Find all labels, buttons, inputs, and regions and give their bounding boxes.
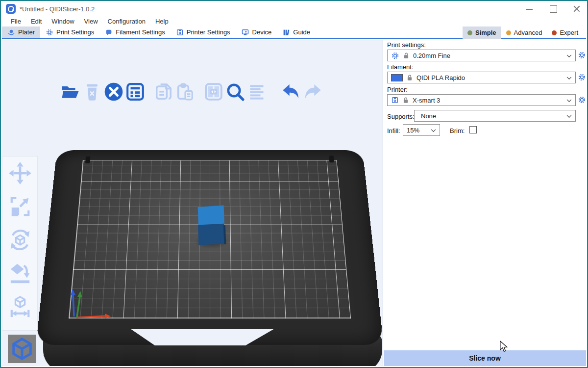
printer-value: X-smart 3 — [413, 97, 440, 104]
expert-dot-icon — [552, 30, 557, 35]
arrange-button[interactable] — [124, 81, 146, 102]
infill-dropdown[interactable]: 15% — [403, 124, 440, 136]
supports-dropdown[interactable]: None — [414, 110, 576, 122]
menu-bar: File Edit Window View Configuration Help — [2, 16, 586, 26]
lock-icon — [403, 52, 410, 59]
redo-icon — [303, 83, 322, 100]
title-bar: *Untitled - QIDISlicer-1.0.2 — [2, 2, 586, 16]
layers-list-button[interactable] — [246, 81, 268, 102]
advanced-dot-icon — [506, 30, 511, 35]
redo-button[interactable] — [302, 81, 323, 102]
tab-label: Print Settings — [56, 28, 94, 36]
minimize-button[interactable] — [525, 4, 534, 13]
rotate-icon — [9, 229, 31, 251]
mode-label: Simple — [475, 29, 496, 36]
model-cube[interactable] — [197, 206, 226, 246]
maximize-button[interactable] — [549, 4, 558, 13]
open-folder-icon — [61, 84, 80, 100]
3d-editor-view-icon — [11, 338, 33, 360]
3d-viewport[interactable] — [2, 40, 385, 366]
undo-button[interactable] — [280, 81, 302, 102]
open-folder-button[interactable] — [60, 81, 81, 102]
mode-expert[interactable]: Expert — [547, 26, 583, 39]
paste-icon — [176, 82, 195, 101]
flatten-gizmo-button[interactable] — [8, 262, 32, 285]
tab-label: Plater — [18, 28, 35, 36]
bed-clip-right — [329, 156, 334, 162]
menu-file[interactable]: File — [6, 17, 26, 26]
scale-icon — [9, 195, 31, 218]
cube-top-face — [198, 205, 224, 225]
search-button[interactable] — [224, 81, 246, 102]
mode-label: Expert — [560, 29, 578, 36]
cube-front-face — [198, 224, 224, 245]
tab-plater[interactable]: Plater — [2, 26, 40, 38]
filament-dropdown[interactable]: QIDI PLA Rapido — [387, 72, 576, 83]
tab-guide[interactable]: Guide — [277, 26, 316, 38]
tab-printer-settings[interactable]: Printer Settings — [171, 26, 236, 38]
menu-view[interactable]: View — [79, 17, 103, 26]
menu-configuration[interactable]: Configuration — [103, 17, 150, 26]
printer-dropdown[interactable]: X-smart 3 — [387, 94, 576, 106]
brim-checkbox[interactable] — [469, 126, 477, 133]
menu-edit[interactable]: Edit — [26, 17, 47, 26]
instances-button[interactable] — [203, 81, 224, 102]
menu-help[interactable]: Help — [150, 17, 173, 26]
tab-print-settings[interactable]: Print Settings — [40, 26, 99, 38]
flatten-icon — [9, 262, 31, 285]
bed-clip-left — [85, 157, 91, 163]
rotate-gizmo-button[interactable] — [8, 228, 32, 252]
delete-button[interactable] — [81, 81, 103, 102]
undo-icon — [281, 83, 301, 100]
tab-label: Filament Settings — [116, 28, 165, 36]
delete-icon — [84, 83, 100, 101]
instances-icon — [204, 82, 223, 101]
measure-gizmo-button[interactable] — [8, 295, 32, 318]
chevron-down-icon — [431, 129, 436, 132]
layers-list-icon — [248, 83, 266, 101]
gear-icon — [391, 52, 399, 60]
3d-editor-view-button[interactable] — [8, 335, 36, 363]
menu-window[interactable]: Window — [47, 17, 79, 26]
lock-icon — [402, 97, 409, 104]
guide-icon — [282, 28, 290, 36]
supports-label: Supports: — [387, 113, 415, 120]
filament-icon — [105, 28, 113, 36]
infill-label: Infill: — [387, 127, 400, 134]
search-icon — [225, 82, 245, 102]
print-settings-dropdown[interactable]: 0.20mm Fine — [387, 50, 576, 61]
tab-device[interactable]: Device — [236, 26, 277, 38]
supports-value: None — [418, 112, 436, 120]
mode-switcher: Simple Advanced Expert — [463, 26, 583, 39]
tab-bar: Plater Print Settings Filament Settings … — [2, 26, 586, 39]
print-settings-gear-button[interactable] — [578, 51, 586, 59]
simple-dot-icon — [467, 30, 472, 35]
top-toolbar — [60, 81, 323, 102]
paste-button[interactable] — [174, 81, 196, 102]
copy-button[interactable] — [153, 81, 174, 102]
gizmo-toolbar — [2, 156, 38, 331]
printer-icon — [176, 28, 184, 36]
lock-icon — [406, 74, 413, 81]
chevron-down-icon — [566, 77, 572, 80]
printer-gear-button[interactable] — [578, 96, 586, 104]
move-gizmo-button[interactable] — [8, 161, 32, 185]
printer-icon — [391, 96, 399, 104]
tab-label: Printer Settings — [187, 28, 230, 36]
delete-all-button[interactable] — [103, 81, 124, 102]
tab-label: Guide — [293, 28, 310, 36]
mode-simple[interactable]: Simple — [463, 26, 501, 39]
chevron-down-icon — [566, 54, 572, 58]
close-button[interactable] — [572, 4, 581, 13]
printer-label: Printer: — [387, 86, 408, 93]
mode-label: Advanced — [514, 29, 542, 36]
filament-gear-button[interactable] — [578, 73, 586, 81]
brim-label: Brim: — [450, 127, 465, 134]
mode-advanced[interactable]: Advanced — [501, 26, 547, 39]
filament-color-swatch — [391, 74, 403, 81]
measure-icon — [9, 295, 31, 318]
scale-gizmo-button[interactable] — [8, 195, 32, 218]
slice-now-button[interactable]: Slice now — [384, 350, 586, 366]
tab-filament-settings[interactable]: Filament Settings — [99, 26, 170, 38]
gear-icon — [46, 28, 53, 36]
